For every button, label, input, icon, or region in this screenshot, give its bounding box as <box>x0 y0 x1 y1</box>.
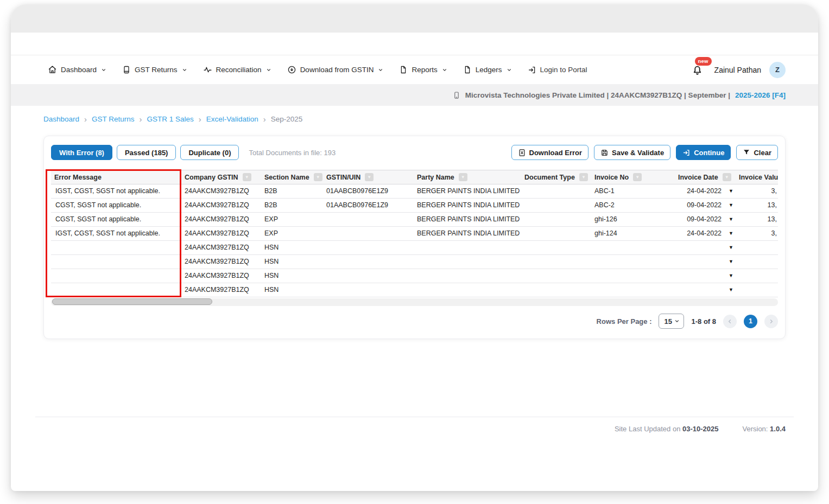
table-row[interactable]: CGST, SGST not applicable. 24AAKCM3927B1… <box>51 213 778 227</box>
column-header[interactable]: Invoice No ▼ <box>591 170 675 184</box>
chevron-down-icon <box>507 67 512 73</box>
column-header[interactable]: Error Message <box>51 170 181 184</box>
file-icon <box>463 65 472 74</box>
cell-document-type <box>521 255 591 269</box>
cell-gstin-uin <box>323 269 414 283</box>
table-row[interactable]: 24AAKCM3927B1ZQ HSN ▼ <box>51 269 778 283</box>
date-dropdown-icon[interactable]: ▼ <box>729 288 733 292</box>
invoice-date-value: 24-04-2022 <box>687 227 722 240</box>
filter-icon[interactable]: ▼ <box>633 173 642 181</box>
filter-icon[interactable]: ▼ <box>243 173 251 181</box>
download-error-button[interactable]: Download Error <box>511 145 589 160</box>
nav-item-reports[interactable]: Reports <box>399 65 447 74</box>
column-header[interactable]: Section Name ▼ <box>261 170 323 184</box>
table-row[interactable]: 24AAKCM3927B1ZQ HSN ▼ <box>51 255 778 269</box>
table-row[interactable]: IGST, CGST, SGST not applicable. 24AAKCM… <box>51 184 778 199</box>
save-validate-button[interactable]: Save & Validate <box>594 145 670 160</box>
toolbar: With Error (8)Passed (185)Duplicate (0) … <box>51 145 778 160</box>
date-dropdown-icon[interactable]: ▼ <box>729 273 733 278</box>
nav-item-gst-returns[interactable]: GST Returns <box>122 65 187 74</box>
filter-icon[interactable]: ▼ <box>723 173 731 181</box>
date-dropdown-icon[interactable]: ▼ <box>729 245 733 250</box>
site-last-updated-date: 03-10-2025 <box>682 425 719 433</box>
tab-button[interactable]: Duplicate (0) <box>180 145 239 160</box>
prev-page-button[interactable] <box>723 315 737 328</box>
total-documents-label: Total Documents in file: 193 <box>249 149 336 157</box>
tab-button[interactable]: With Error (8) <box>51 145 112 160</box>
breadcrumb-link[interactable]: Excel-Validation <box>206 115 258 123</box>
filter-icon[interactable]: ▼ <box>314 173 322 181</box>
cell-invoice-date: ▼ <box>675 255 736 269</box>
clear-button[interactable]: Clear <box>736 145 778 160</box>
cell-invoice-date: 09-04-2022 ▼ <box>675 199 736 212</box>
continue-button[interactable]: Continue <box>676 145 731 160</box>
date-dropdown-icon[interactable]: ▼ <box>729 231 733 236</box>
cell-invoice-no <box>591 241 675 254</box>
next-page-button[interactable] <box>764 315 778 328</box>
nav-item-dashboard[interactable]: Dashboard <box>48 65 106 74</box>
cell-invoice-date: ▼ <box>675 269 736 283</box>
cell-invoice-value <box>736 269 778 283</box>
date-dropdown-icon[interactable]: ▼ <box>729 217 733 222</box>
column-header[interactable]: Company GSTIN ▼ <box>181 170 261 184</box>
breadcrumb-link[interactable]: GSTR 1 Sales <box>147 115 194 123</box>
cell-gstin-uin <box>323 227 414 240</box>
nav-item-label: Download from GSTIN <box>300 66 374 74</box>
column-header[interactable]: Invoice Value <box>736 170 778 184</box>
date-dropdown-icon[interactable]: ▼ <box>729 189 733 194</box>
breadcrumb-link[interactable]: Dashboard <box>43 115 79 123</box>
date-dropdown-icon[interactable]: ▼ <box>729 259 733 264</box>
cell-error-message: IGST, CGST, SGST not applicable. <box>51 184 181 198</box>
cell-party-name <box>414 269 521 283</box>
breadcrumb-group: Dashboard › <box>43 115 92 123</box>
site-last-updated: Site Last Updated on 03-10-2025 <box>615 425 719 433</box>
financial-year-link[interactable]: 2025-2026 [F4] <box>735 91 786 99</box>
table-row[interactable]: IGST, CGST, SGST not applicable. 24AAKCM… <box>51 227 778 241</box>
cell-document-type <box>521 213 591 226</box>
nav-item-label: Login to Portal <box>540 66 587 74</box>
cell-gstin-uin <box>323 241 414 254</box>
cell-invoice-value: 13, <box>736 199 778 212</box>
filter-icon[interactable]: ▼ <box>459 173 467 181</box>
cell-document-type <box>521 184 591 198</box>
date-dropdown-icon[interactable]: ▼ <box>729 203 733 208</box>
home-icon <box>48 65 57 74</box>
filter-icon[interactable]: ▼ <box>365 173 374 181</box>
table-row[interactable]: 24AAKCM3927B1ZQ HSN ▼ <box>51 283 778 297</box>
tab-button[interactable]: Passed (185) <box>117 145 176 160</box>
column-header[interactable]: GSTIN/UIN ▼ <box>323 170 414 184</box>
column-header-label: Error Message <box>54 174 102 181</box>
nav-item-label: GST Returns <box>135 66 178 74</box>
cell-party-name: BERGER PAINTS INDIA LIMITED <box>414 213 521 226</box>
table-row[interactable]: 24AAKCM3927B1ZQ HSN ▼ <box>51 241 778 255</box>
nav-item-login-to-portal[interactable]: Login to Portal <box>528 66 587 74</box>
column-header-label: Invoice No <box>594 174 629 181</box>
nav-item-download-from-gstin[interactable]: Download from GSTIN <box>287 65 384 74</box>
cell-invoice-date: ▼ <box>675 241 736 254</box>
cell-gstin-uin <box>323 213 414 226</box>
column-header[interactable]: Party Name ▼ <box>414 170 521 184</box>
page-1-button[interactable]: 1 <box>744 315 757 328</box>
cell-party-name <box>414 241 521 254</box>
nav-item-ledgers[interactable]: Ledgers <box>463 65 512 74</box>
table-row[interactable]: CGST, SGST not applicable. 24AAKCM3927B1… <box>51 199 778 213</box>
cell-invoice-value <box>736 255 778 269</box>
main-card: With Error (8)Passed (185)Duplicate (0) … <box>43 136 786 339</box>
column-header[interactable]: Invoice Date ▼ <box>675 170 736 184</box>
notification-bell-icon[interactable]: new <box>691 63 704 76</box>
breadcrumb-separator-icon: › <box>263 115 266 123</box>
filter-icon[interactable]: ▼ <box>579 173 588 181</box>
cell-company-gstin: 24AAKCM3927B1ZQ <box>181 213 261 226</box>
cell-document-type <box>521 283 591 297</box>
avatar[interactable]: Z <box>769 62 786 78</box>
horizontal-scrollbar[interactable] <box>51 298 778 306</box>
column-header-label: Invoice Value <box>739 174 778 181</box>
horizontal-scrollbar-thumb[interactable] <box>52 298 212 305</box>
rows-per-page-select[interactable]: 15 <box>659 314 684 329</box>
save-icon <box>600 149 609 157</box>
nav-item-reconciliation[interactable]: Reconciliation <box>203 65 271 74</box>
breadcrumb-link[interactable]: GST Returns <box>92 115 135 123</box>
arrow-right-icon <box>682 149 691 157</box>
rows-per-page-value: 15 <box>664 317 672 326</box>
column-header[interactable]: Document Type ▼ <box>521 170 591 184</box>
